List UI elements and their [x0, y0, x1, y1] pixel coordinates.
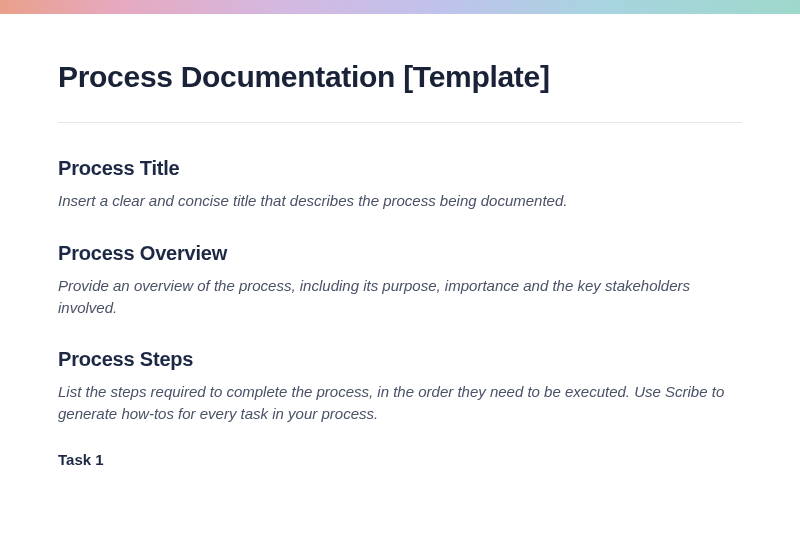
section-process-title: Process Title Insert a clear and concise… [58, 157, 742, 212]
header-gradient-bar [0, 0, 800, 14]
section-heading-process-overview: Process Overview [58, 242, 742, 265]
section-body-process-steps: List the steps required to complete the … [58, 381, 742, 425]
section-body-process-overview: Provide an overview of the process, incl… [58, 275, 742, 319]
document-title: Process Documentation [Template] [58, 60, 742, 94]
title-divider [58, 122, 742, 123]
section-heading-process-title: Process Title [58, 157, 742, 180]
section-heading-process-steps: Process Steps [58, 348, 742, 371]
task-heading-task-1: Task 1 [58, 451, 742, 468]
section-process-overview: Process Overview Provide an overview of … [58, 242, 742, 319]
section-body-process-title: Insert a clear and concise title that de… [58, 190, 742, 212]
document-page: Process Documentation [Template] Process… [0, 14, 800, 468]
section-process-steps: Process Steps List the steps required to… [58, 348, 742, 468]
